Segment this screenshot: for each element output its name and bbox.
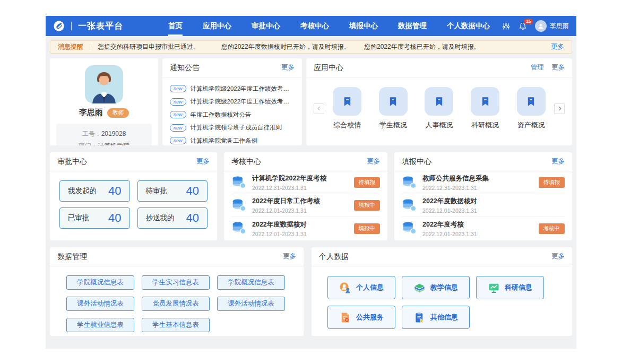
data-management-card: 数据管理 更多 学院概况信息表 学生实习信息表 学院概况信息表 课外活动情况表 … bbox=[50, 247, 304, 336]
filling-item[interactable]: 2022年度考核 2022.12.01-2023.1.31 考核中 bbox=[402, 217, 565, 240]
app-list: 综合校情 学生概况 人事概况 bbox=[324, 87, 554, 130]
chart-board-icon bbox=[488, 282, 500, 294]
bookmark-icon bbox=[379, 87, 408, 116]
nav-item-filling-center[interactable]: 填报中心 bbox=[339, 16, 388, 36]
app-item-research-overview[interactable]: 科研概况 bbox=[469, 87, 502, 130]
teacher-badge: 教师 bbox=[107, 108, 129, 118]
other-info-button[interactable]: 其他信息 bbox=[402, 306, 470, 329]
message-more-link[interactable]: 更多 bbox=[551, 42, 564, 51]
row-middle: 审批中心 更多 我发起的 40 待审批 40 已审批 40 bbox=[50, 152, 572, 240]
notice-item[interactable]: new 年度工作数据核对公告 bbox=[170, 108, 295, 122]
clipboard-icon bbox=[413, 311, 426, 324]
filling-more-link[interactable]: 更多 bbox=[551, 157, 565, 166]
message-item[interactable]: 您提交的科研项目申报审批已通过。 bbox=[98, 42, 221, 51]
message-bar-label: 消息提醒 bbox=[58, 42, 83, 51]
approval-stats: 我发起的 40 待审批 40 已审批 40 抄送我的 40 bbox=[50, 171, 217, 229]
table-button[interactable]: 学生基本信息表 bbox=[142, 318, 210, 332]
app-window: 一张表平台 首页 应用中心 审批中心 考核中心 填报中心 数据管理 个人数据中心 bbox=[46, 16, 576, 349]
notice-item[interactable]: new 计算机学院级2022年度工作绩效考核结果公示 bbox=[170, 82, 295, 96]
user-avatar-icon bbox=[535, 20, 547, 32]
app-center-card: 应用中心 管理 更多 综合校情 bbox=[306, 58, 572, 145]
data-management-title: 数据管理 bbox=[57, 252, 87, 262]
stat-cc-to-me[interactable]: 抄送我的 40 bbox=[137, 207, 208, 229]
message-alert-bar: 消息提醒 您提交的科研项目申报审批已通过。 您的2022年度数据核对已开始，请及… bbox=[50, 40, 572, 54]
table-button[interactable]: 学生实习信息表 bbox=[142, 275, 210, 290]
nav-item-home[interactable]: 首页 bbox=[158, 16, 193, 36]
filling-item[interactable]: 2022年度数据核对 2022.12.01-2023.1.31 bbox=[402, 194, 565, 217]
notice-item[interactable]: new 计算机学院党务工作条例 bbox=[170, 134, 295, 145]
personal-data-grid: 个人信息 教学信息 bbox=[312, 266, 550, 329]
chevron-right-icon[interactable] bbox=[554, 103, 565, 114]
research-info-button[interactable]: 科研信息 bbox=[476, 276, 544, 299]
nav-item-approval-center[interactable]: 审批中心 bbox=[241, 16, 290, 36]
table-button[interactable]: 党员发展情况表 bbox=[142, 297, 210, 311]
table-button[interactable]: 课外活动情况表 bbox=[217, 297, 285, 311]
new-badge: new bbox=[170, 85, 186, 92]
department-label: 部门： bbox=[79, 142, 98, 145]
personal-data-more-link[interactable]: 更多 bbox=[551, 252, 565, 261]
document-icon bbox=[339, 311, 351, 324]
teaching-info-button[interactable]: 教学信息 bbox=[402, 276, 470, 299]
bookmark-icon bbox=[517, 87, 546, 116]
stat-approved[interactable]: 已审批 40 bbox=[59, 207, 130, 229]
assessment-item[interactable]: 计算机学院2022年度考核 2022.12.31-2023.1.31 待填报 bbox=[231, 171, 380, 194]
database-icon bbox=[402, 174, 417, 192]
filling-center-title: 填报中心 bbox=[402, 157, 431, 167]
nav-item-data-management[interactable]: 数据管理 bbox=[388, 16, 437, 36]
user-menu[interactable]: 李思雨 bbox=[535, 20, 569, 32]
profile-info-box: 工号：2019028 部门：计算机学院 bbox=[56, 124, 152, 145]
brand-divider bbox=[71, 22, 72, 30]
logo-icon bbox=[53, 20, 65, 32]
new-badge: new bbox=[170, 124, 186, 132]
bell-icon[interactable]: 15 bbox=[519, 22, 527, 31]
approval-center-card: 审批中心 更多 我发起的 40 待审批 40 已审批 40 bbox=[50, 152, 217, 240]
message-bar-divider bbox=[90, 44, 90, 50]
employee-id-value: 2019028 bbox=[101, 130, 126, 137]
message-item[interactable]: 您的2022年度考核已开始，请及时填报。 bbox=[364, 42, 551, 51]
public-service-button[interactable]: 公共服务 bbox=[327, 306, 395, 329]
books-icon bbox=[413, 282, 426, 294]
table-button[interactable]: 学院概况信息表 bbox=[217, 275, 285, 290]
approval-more-link[interactable]: 更多 bbox=[196, 157, 210, 166]
status-badge: 填报中 bbox=[354, 223, 381, 234]
app-center-manage-link[interactable]: 管理 bbox=[531, 63, 544, 72]
table-button[interactable]: 学院概况信息表 bbox=[66, 275, 134, 290]
assessment-item[interactable]: 2022年度数据核对 2022.12.01-2023.1.31 填报中 bbox=[231, 217, 380, 240]
nav-item-personal-data-center[interactable]: 个人数据中心 bbox=[437, 16, 500, 36]
personal-info-button[interactable]: 个人信息 bbox=[327, 276, 395, 299]
notice-item[interactable]: new 计算机学院领导班子成员自律准则 bbox=[170, 122, 295, 135]
profile-name: 李思雨 bbox=[79, 108, 103, 118]
app-item-student-overview[interactable]: 学生概况 bbox=[377, 87, 410, 130]
approval-center-title: 审批中心 bbox=[57, 157, 87, 167]
app-center-title: 应用中心 bbox=[314, 63, 343, 73]
app-center-more-link[interactable]: 更多 bbox=[551, 63, 565, 72]
stat-initiated-by-me[interactable]: 我发起的 40 bbox=[59, 180, 130, 202]
database-icon bbox=[402, 197, 417, 214]
app-item-school-overview[interactable]: 综合校情 bbox=[331, 87, 364, 130]
app-item-asset-overview[interactable]: 资产概况 bbox=[515, 87, 548, 130]
user-name: 李思雨 bbox=[550, 22, 569, 31]
stat-pending-approval[interactable]: 待审批 40 bbox=[137, 180, 208, 202]
notice-item[interactable]: new 计算机学院级2022年度工作绩效考核办法 bbox=[170, 96, 295, 109]
app-item-hr-overview[interactable]: 人事概况 bbox=[422, 87, 455, 130]
notification-badge: 15 bbox=[524, 19, 533, 24]
assessment-more-link[interactable]: 更多 bbox=[367, 157, 380, 166]
filling-item[interactable]: 教师公共服务信息采集 2022.12.31-2023.1.31 待填报 bbox=[402, 171, 565, 194]
table-button[interactable]: 学生就业信息表 bbox=[66, 318, 134, 332]
sliders-icon[interactable] bbox=[502, 22, 511, 31]
data-management-more-link[interactable]: 更多 bbox=[283, 252, 296, 261]
notice-more-link[interactable]: 更多 bbox=[281, 63, 295, 72]
nav-item-app-center[interactable]: 应用中心 bbox=[193, 16, 241, 36]
top-navbar: 一张表平台 首页 应用中心 审批中心 考核中心 填报中心 数据管理 个人数据中心 bbox=[46, 16, 576, 36]
table-button[interactable]: 课外活动情况表 bbox=[66, 297, 134, 311]
database-icon bbox=[231, 197, 247, 214]
assessment-item[interactable]: 2022年度日常工作考核 2022.12.01-2023.1.31 填报中 bbox=[231, 194, 380, 217]
row-bottom: 数据管理 更多 学院概况信息表 学生实习信息表 学院概况信息表 课外活动情况表 … bbox=[50, 247, 572, 336]
chevron-left-icon[interactable] bbox=[314, 103, 324, 114]
assessment-center-title: 考核中心 bbox=[231, 157, 261, 167]
notice-card: 通知公告 更多 new 计算机学院级2022年度工作绩效考核结果公示 new 计… bbox=[162, 58, 302, 145]
table-button-grid: 学院概况信息表 学生实习信息表 学院概况信息表 课外活动情况表 党员发展情况表 … bbox=[50, 266, 304, 332]
message-item[interactable]: 您的2022年度数据核对已开始，请及时填报。 bbox=[221, 42, 364, 51]
nav-item-assessment-center[interactable]: 考核中心 bbox=[290, 16, 339, 36]
department-value: 计算机学院 bbox=[98, 142, 129, 145]
